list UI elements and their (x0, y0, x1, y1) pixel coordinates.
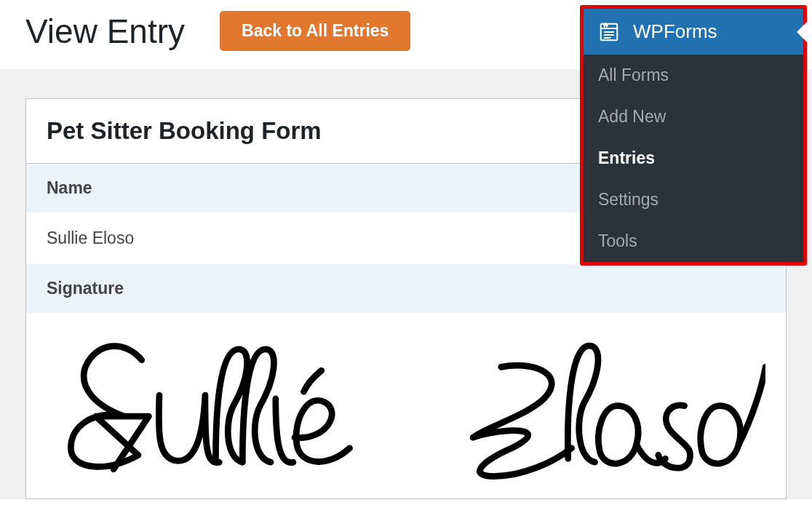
flyout-arrow-icon (797, 22, 807, 42)
flyout-body: All Forms Add New Entries Settings Tools (584, 55, 803, 262)
signature-field-value (26, 313, 786, 498)
flyout-item-all-forms[interactable]: All Forms (584, 55, 803, 96)
signature-field-label: Signature (26, 264, 786, 313)
page-title: View Entry (25, 12, 185, 51)
wpforms-icon (598, 21, 620, 43)
signature-image (47, 327, 765, 491)
flyout-item-entries[interactable]: Entries (584, 138, 803, 179)
wpforms-flyout-menu: WPForms All Forms Add New Entries Settin… (580, 5, 807, 266)
flyout-header[interactable]: WPForms (584, 9, 803, 55)
flyout-item-settings[interactable]: Settings (584, 179, 803, 220)
flyout-item-tools[interactable]: Tools (584, 220, 803, 262)
flyout-title: WPForms (633, 20, 717, 43)
back-to-entries-button[interactable]: Back to All Entries (220, 11, 410, 51)
flyout-item-add-new[interactable]: Add New (584, 96, 803, 138)
